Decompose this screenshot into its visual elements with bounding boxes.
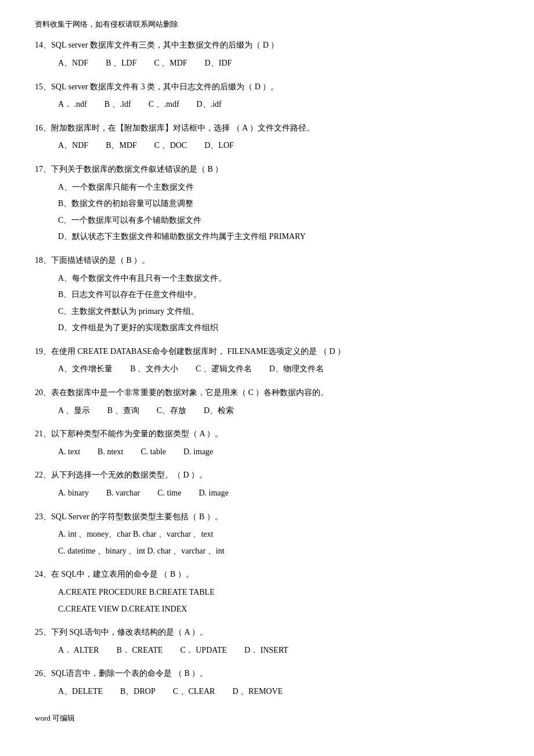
- option-q22-1: B. varchar: [106, 486, 140, 501]
- question-block-q18: 18、下面描述错误的是（ B ）。A、每个数据文件中有且只有一个主数据文件。B、…: [35, 253, 499, 336]
- question-block-q26: 26、SQL语言中，删除一个表的命令是 （ B ）。A、DELETEB、DROP…: [35, 666, 499, 699]
- option-q14-0: A、NDF: [58, 56, 88, 71]
- question-title-q26: 26、SQL语言中，删除一个表的命令是 （ B ）。: [35, 666, 499, 682]
- question-title-q17: 17、下列关于数据库的数据文件叙述错误的是（ B ）: [35, 162, 499, 178]
- question-title-q16: 16、附加数据库时，在【附加数据库】对话框中，选择 （ A ）文件文件路径。: [35, 121, 499, 136]
- question-block-q21: 21、以下那种类型不能作为变量的数据类型（ A ）。A. textB. ntex…: [35, 426, 499, 460]
- options-row-q14: A、NDFB 、LDFC 、MDFD、IDF: [35, 56, 499, 71]
- option-q24-1: C.CREATE VIEW D.CREATE INDEX: [58, 602, 499, 617]
- question-block-q16: 16、附加数据库时，在【附加数据库】对话框中，选择 （ A ）文件文件路径。A、…: [35, 121, 499, 154]
- option-q17-3: D、默认状态下主数据文件和辅助数据文件均属于主文件组 PRIMARY: [58, 229, 499, 245]
- question-title-q23: 23、SQL Server 的字符型数据类型主要包括（ B ）。: [35, 509, 499, 525]
- options-row-q20: A 、显示B 、查询C、存放D、检索: [35, 403, 499, 419]
- question-title-q20: 20、表在数据库中是一个非常重要的数据对象，它是用来（ C ）各种数据内容的。: [35, 385, 499, 401]
- options-col-q18: A、每个数据文件中有且只有一个主数据文件。B、日志文件可以存在于任意文件组中。C…: [35, 271, 499, 336]
- option-q22-0: A. binary: [58, 486, 89, 501]
- option-q17-1: B、数据文件的初始容量可以随意调整: [58, 196, 499, 212]
- question-title-q21: 21、以下那种类型不能作为变量的数据类型（ A ）。: [35, 426, 499, 442]
- options-col2-q24: A.CREATE PROCEDURE B.CREATE TABLEC.CREAT…: [35, 585, 499, 617]
- option-q19-2: C 、逻辑文件名: [196, 361, 252, 377]
- option-q19-0: A、文件增长量: [58, 361, 113, 377]
- question-block-q23: 23、SQL Server 的字符型数据类型主要包括（ B ）。A. int 、…: [35, 509, 499, 559]
- option-q18-3: D、文件组是为了更好的实现数据库文件组织: [58, 320, 499, 336]
- question-block-q22: 22、从下列选择一个无效的数据类型。（ D ）。A. binaryB. varc…: [35, 468, 499, 501]
- question-block-q17: 17、下列关于数据库的数据文件叙述错误的是（ B ）A、一个数据库只能有一个主数…: [35, 162, 499, 245]
- option-q22-2: C. time: [157, 486, 181, 501]
- question-block-q20: 20、表在数据库中是一个非常重要的数据对象，它是用来（ C ）各种数据内容的。A…: [35, 385, 499, 418]
- option-q15-1: B 、.ldf: [104, 97, 131, 113]
- option-q19-1: B 、文件大小: [130, 361, 178, 377]
- option-q20-0: A 、显示: [58, 403, 90, 419]
- question-block-q19: 19、在使用 CREATE DATABASE命令创建数据库时， FILENAME…: [35, 344, 499, 377]
- question-title-q25: 25、下列 SQL语句中，修改表结构的是（ A ）。: [35, 625, 499, 641]
- option-q25-0: A． ALTER: [58, 643, 99, 659]
- option-q21-2: C. table: [140, 444, 166, 460]
- option-q24-0: A.CREATE PROCEDURE B.CREATE TABLE: [58, 585, 499, 601]
- options-row-q16: A、NDFB、MDFC 、DOCD、LOF: [35, 138, 499, 154]
- question-title-q15: 15、SQL server 数据库文件有 3 类，其中日志文件的后缀为（ D ）…: [35, 79, 499, 95]
- options-row-q25: A． ALTERB． CREATEC． UPDATED． INSERT: [35, 643, 499, 659]
- option-q25-2: C． UPDATE: [180, 643, 227, 659]
- option-q20-1: B 、查询: [107, 403, 139, 419]
- option-q26-0: A、DELETE: [58, 684, 103, 700]
- option-q18-2: C、主数据文件默认为 primary 文件组。: [58, 304, 499, 320]
- options-row-q22: A. binaryB. varcharC. timeD. image: [35, 486, 499, 501]
- option-q25-1: B． CREATE: [117, 643, 163, 659]
- option-q16-2: C 、DOC: [154, 138, 187, 154]
- header-note: 资料收集于网络，如有侵权请联系网站删除: [35, 17, 499, 31]
- options-row-q19: A、文件增长量B 、文件大小C 、逻辑文件名D、物理文件名: [35, 361, 499, 377]
- option-q21-1: B. ntext: [98, 444, 123, 460]
- question-block-q14: 14、SQL server 数据库文件有三类，其中主数据文件的后缀为（ D ）A…: [35, 38, 499, 71]
- option-q19-3: D、物理文件名: [269, 361, 324, 377]
- option-q21-3: D. image: [183, 444, 213, 460]
- option-q26-2: C 、CLEAR: [173, 684, 215, 700]
- option-q25-3: D． INSERT: [244, 643, 288, 659]
- option-q15-3: D、.idf: [197, 97, 222, 113]
- option-q21-0: A. text: [58, 444, 80, 460]
- options-row-q21: A. textB. ntextC. tableD. image: [35, 444, 499, 460]
- option-q14-3: D、IDF: [205, 56, 232, 71]
- option-q16-3: D、LOF: [204, 138, 234, 154]
- question-block-q25: 25、下列 SQL语句中，修改表结构的是（ A ）。A． ALTERB． CRE…: [35, 625, 499, 658]
- option-q14-1: B 、LDF: [106, 56, 136, 71]
- question-title-q24: 24、在 SQL中，建立表用的命令是 （ B ）。: [35, 567, 499, 583]
- footer-note: word 可编辑: [35, 711, 499, 725]
- option-q15-2: C 、.mdf: [149, 97, 179, 113]
- option-q18-0: A、每个数据文件中有且只有一个主数据文件。: [58, 271, 499, 287]
- option-q26-3: D 、REMOVE: [232, 684, 283, 700]
- options-row-q15: A． .ndfB 、.ldfC 、.mdfD、.idf: [35, 97, 499, 113]
- options-row-q26: A、DELETEB、DROPC 、CLEARD 、REMOVE: [35, 684, 499, 700]
- option-q15-0: A． .ndf: [58, 97, 87, 113]
- option-q26-1: B、DROP: [120, 684, 156, 700]
- option-q23-1: C. datetime 、binary 、int D. char 、varcha…: [58, 544, 499, 559]
- option-q17-2: C、一个数据库可以有多个辅助数据文件: [58, 213, 499, 229]
- option-q17-0: A、一个数据库只能有一个主数据文件: [58, 180, 499, 196]
- question-title-q19: 19、在使用 CREATE DATABASE命令创建数据库时， FILENAME…: [35, 344, 499, 360]
- options-col-q17: A、一个数据库只能有一个主数据文件B、数据文件的初始容量可以随意调整C、一个数据…: [35, 180, 499, 245]
- option-q20-3: D、检索: [204, 403, 234, 419]
- option-q23-0: A. int 、money、char B. char 、varchar 、tex…: [58, 527, 499, 542]
- question-title-q22: 22、从下列选择一个无效的数据类型。（ D ）。: [35, 468, 499, 483]
- question-title-q14: 14、SQL server 数据库文件有三类，其中主数据文件的后缀为（ D ）: [35, 38, 499, 53]
- question-title-q18: 18、下面描述错误的是（ B ）。: [35, 253, 499, 269]
- options-col2-q23: A. int 、money、char B. char 、varchar 、tex…: [35, 527, 499, 559]
- option-q18-1: B、日志文件可以存在于任意文件组中。: [58, 287, 499, 303]
- option-q16-1: B、MDF: [106, 138, 137, 154]
- question-block-q15: 15、SQL server 数据库文件有 3 类，其中日志文件的后缀为（ D ）…: [35, 79, 499, 113]
- question-block-q24: 24、在 SQL中，建立表用的命令是 （ B ）。A.CREATE PROCED…: [35, 567, 499, 617]
- option-q22-3: D. image: [199, 486, 228, 501]
- option-q20-2: C、存放: [157, 403, 186, 419]
- option-q14-2: C 、MDF: [154, 56, 187, 71]
- option-q16-0: A、NDF: [58, 138, 88, 154]
